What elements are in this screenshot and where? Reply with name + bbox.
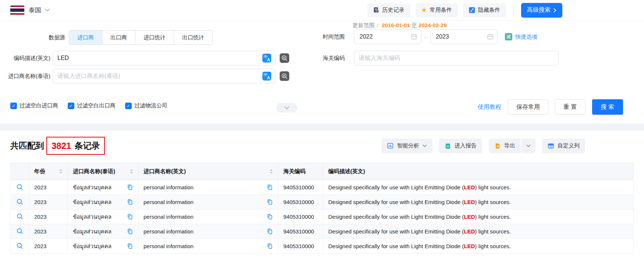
enter-report-button[interactable]: 进入报告 — [439, 139, 482, 153]
copy-icon[interactable] — [267, 228, 273, 235]
importer-name-en-value: personal information — [144, 228, 194, 235]
search-detail-icon[interactable] — [16, 242, 23, 249]
favorites-button[interactable]: ★ 常用条件 — [415, 3, 458, 17]
copy-icon[interactable] — [267, 214, 273, 220]
results-table: 年份 进口商名称(泰语) 进口商名称(英文) 海关编码 — [10, 163, 634, 254]
hide-conditions-button[interactable]: 隐藏条件 — [463, 3, 506, 17]
datasource-label: 数据源 — [0, 34, 65, 41]
command-icon: ⌘ — [505, 33, 512, 40]
desc-cell: Designed specifically for use with Light… — [323, 239, 634, 254]
country-selector-label[interactable]: 泰国 — [29, 6, 41, 14]
importer-name-en-value: personal information — [144, 214, 194, 220]
update-range-label: 更新范围： — [353, 22, 380, 28]
copy-icon[interactable] — [127, 243, 133, 249]
copy-icon[interactable] — [127, 228, 133, 235]
reset-button[interactable]: 重 置 — [555, 99, 585, 115]
date-to-input[interactable]: 2023 — [430, 29, 498, 44]
history-icon — [373, 7, 379, 13]
synonym-search-icon[interactable] — [280, 71, 289, 81]
search-button[interactable]: 搜 索 — [592, 99, 623, 115]
update-range-to: 2024-02-29 — [418, 22, 447, 28]
sort-icon[interactable] — [270, 169, 273, 174]
search-detail-icon[interactable] — [16, 228, 23, 235]
tab-importers[interactable]: 进口商 — [69, 31, 102, 44]
smart-analysis-button[interactable]: 智能分析 — [382, 139, 432, 153]
sort-icon[interactable] — [59, 169, 62, 174]
search-detail-icon[interactable] — [16, 198, 23, 205]
copy-icon[interactable] — [127, 184, 133, 190]
desc-cell: Designed specifically for use with Light… — [323, 210, 634, 224]
update-range: 更新范围： 2016-01-01 至 2024-02-29 — [353, 22, 447, 29]
search-detail-icon[interactable] — [16, 213, 23, 220]
hs-code-input[interactable] — [359, 55, 555, 61]
desc-text: Designed specifically for use with Light… — [328, 199, 464, 205]
filter-blank-exporter-checkbox[interactable]: ✓ 过滤空白出口商 — [68, 102, 116, 109]
chevron-down-icon[interactable] — [45, 8, 50, 12]
translate-a-glyph: A — [267, 57, 270, 62]
name-en-cell: personal information — [138, 180, 278, 195]
desc-highlight: LED — [464, 243, 475, 249]
importer-name-en-value: personal information — [144, 199, 194, 205]
collapse-icon — [469, 7, 475, 13]
importer-name-th-value: ข้อมูลส่วนบุคคล — [73, 242, 112, 251]
hs-code-cell: 9405310000 — [278, 195, 323, 210]
importer-name-en-value: personal information — [144, 243, 194, 249]
importer-name-th-value: ข้อมูลส่วนบุคคล — [73, 212, 112, 221]
copy-icon[interactable] — [127, 199, 133, 205]
tab-export-stats[interactable]: 出口统计 — [174, 31, 212, 44]
save-conditions-button[interactable]: 保存常用 — [508, 99, 548, 115]
table-row: 2023 ข้อมูลส่วนบุคคล personal informatio… — [11, 210, 634, 224]
tutorial-link[interactable]: 使用教程 — [478, 103, 501, 111]
header-desc: 编码描述(英文) — [323, 163, 634, 180]
match-count-value: 3821 — [52, 141, 71, 151]
synonym-search-icon[interactable] — [280, 53, 289, 63]
table-row: 2023 ข้อมูลส่วนบุคคล personal informatio… — [11, 180, 634, 195]
name-th-cell: ข้อมูลส่วนบุคคล — [68, 224, 138, 239]
quick-options-button[interactable]: ⌘ 快捷选项 — [505, 33, 537, 40]
tab-exporters[interactable]: 出口商 — [102, 31, 135, 44]
translate-icon[interactable]: 中 A — [262, 54, 271, 62]
hs-code-value: 9405310000 — [283, 228, 314, 235]
match-count-prefix: 共匹配到 — [10, 140, 44, 151]
copy-icon[interactable] — [267, 199, 273, 205]
name-th-cell: ข้อมูลส่วนบุคคล — [68, 239, 138, 254]
translate-icon[interactable]: 中 A — [262, 72, 271, 81]
checkbox-checked-icon: ✓ — [10, 103, 17, 109]
importer-name-input[interactable] — [57, 73, 262, 79]
name-en-cell: personal information — [138, 195, 278, 210]
export-split-button: 导出 — [489, 139, 535, 153]
update-range-to-word: 至 — [411, 22, 417, 28]
filter-blank-importer-checkbox[interactable]: ✓ 过滤空白进口商 — [10, 102, 58, 109]
collapse-panel-button[interactable] — [276, 103, 297, 112]
hs-code-value: 9405310000 — [283, 184, 314, 190]
calendar-icon — [411, 33, 417, 40]
copy-icon[interactable] — [127, 214, 133, 220]
export-button[interactable]: 导出 — [489, 139, 521, 153]
export-options-button[interactable] — [521, 139, 535, 153]
chevron-down-icon — [526, 144, 531, 147]
advanced-search-label: 高级搜索 — [527, 6, 551, 14]
search-detail-icon[interactable] — [16, 183, 23, 190]
year-value: 2023 — [34, 243, 46, 249]
tab-import-stats[interactable]: 进口统计 — [135, 31, 174, 44]
desc-highlight: LED — [464, 184, 475, 190]
table-row: 2023 ข้อมูลส่วนบุคคล personal informatio… — [11, 195, 634, 210]
desc-cell: Designed specifically for use with Light… — [323, 180, 634, 195]
copy-icon[interactable] — [267, 184, 273, 190]
year-value: 2023 — [34, 214, 46, 220]
history-button[interactable]: 历史记录 — [367, 3, 410, 17]
sort-icon[interactable] — [130, 169, 133, 174]
bi-analysis-icon — [387, 143, 394, 149]
desc-text: Designed specifically for use with Light… — [328, 228, 464, 235]
filter-logistics-checkbox[interactable]: ✓ 过滤物流公司 — [125, 102, 167, 109]
code-desc-input[interactable] — [57, 55, 262, 61]
name-en-cell: personal information — [138, 239, 278, 254]
advanced-search-button[interactable]: 高级搜索 — [521, 3, 562, 18]
desc-cell: Designed specifically for use with Light… — [323, 224, 634, 239]
desc-text: Designed specifically for use with Light… — [328, 214, 464, 220]
header-name-th: 进口商名称(泰语) — [68, 163, 138, 180]
date-from-input[interactable]: 2022 — [354, 29, 421, 44]
export-icon — [494, 143, 501, 149]
copy-icon[interactable] — [267, 243, 273, 249]
custom-columns-button[interactable]: 自定义列 — [542, 139, 585, 153]
